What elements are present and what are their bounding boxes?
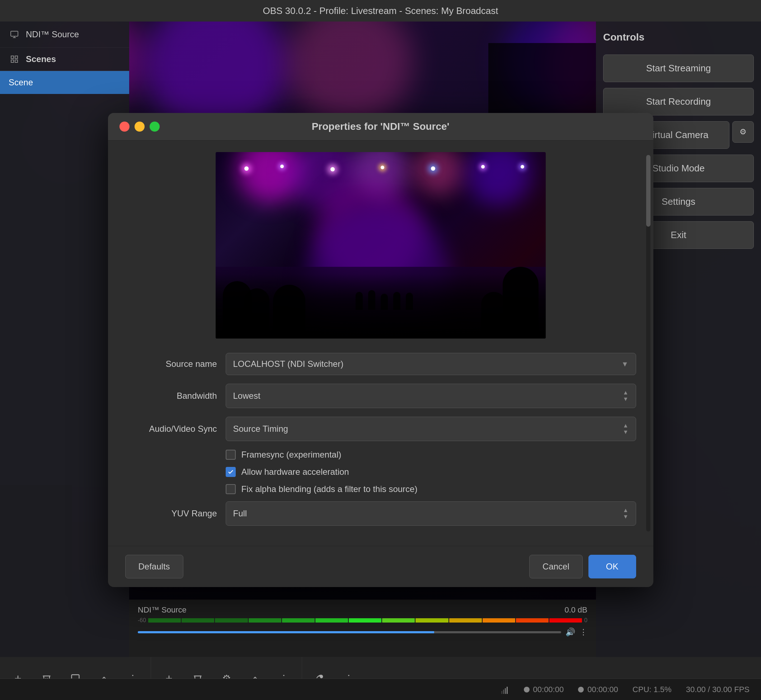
bandwidth-stepper[interactable]: ▲ ▼ xyxy=(623,390,629,402)
maximize-button[interactable] xyxy=(150,122,160,131)
cpu-status: CPU: 1.5% xyxy=(633,685,672,694)
stream-dot xyxy=(524,687,529,692)
title-bar: OBS 30.0.2 - Profile: Livestream - Scene… xyxy=(0,0,761,22)
preview-image xyxy=(216,152,546,339)
yuv-range-label: YUV Range xyxy=(125,508,225,519)
stream-time: 00:00:00 xyxy=(533,685,564,694)
properties-modal: Properties for 'NDI™ Source' xyxy=(108,113,653,587)
svg-rect-13 xyxy=(503,690,504,694)
svg-rect-12 xyxy=(501,691,502,694)
modal-title: Properties for 'NDI™ Source' xyxy=(312,121,449,132)
traffic-lights xyxy=(119,122,160,131)
source-name-dropdown[interactable]: LOCALHOST (NDI Switcher) ▼ xyxy=(225,353,636,375)
yuv-range-stepper[interactable]: ▲ ▼ xyxy=(623,508,629,520)
defaults-button[interactable]: Defaults xyxy=(125,555,183,578)
hardware-accel-label: Allow hardware acceleration xyxy=(241,467,349,477)
recording-status: 00:00:00 xyxy=(578,685,618,694)
fps-label: 30.00 / 30.00 FPS xyxy=(686,685,750,694)
av-sync-value: Source Timing xyxy=(233,424,288,434)
source-name-label: Source name xyxy=(125,359,225,369)
yuv-range-value: Full xyxy=(233,508,247,519)
streaming-status: 00:00:00 xyxy=(524,685,564,694)
svg-rect-14 xyxy=(505,688,506,694)
source-name-arrow: ▼ xyxy=(622,360,629,368)
fix-alpha-checkbox-wrapper[interactable]: Fix alpha blending (adds a filter to thi… xyxy=(225,484,418,494)
framesync-checkbox-wrapper[interactable]: Framesync (experimental) xyxy=(225,450,341,460)
record-time: 00:00:00 xyxy=(587,685,618,694)
cpu-label: CPU: 1.5% xyxy=(633,685,672,694)
ok-button[interactable]: OK xyxy=(589,555,636,578)
fps-status: 30.00 / 30.00 FPS xyxy=(686,685,750,694)
close-button[interactable] xyxy=(119,122,130,131)
bandwidth-dropdown[interactable]: Lowest ▲ ▼ xyxy=(225,384,636,408)
app-title: OBS 30.0.2 - Profile: Livestream - Scene… xyxy=(263,5,498,17)
scroll-thumb[interactable] xyxy=(646,155,650,227)
bandwidth-label: Bandwidth xyxy=(125,391,225,401)
av-sync-label: Audio/Video Sync xyxy=(125,424,225,434)
cancel-button[interactable]: Cancel xyxy=(529,555,582,578)
modal-overlay: Properties for 'NDI™ Source' xyxy=(0,22,761,678)
fix-alpha-label: Fix alpha blending (adds a filter to thi… xyxy=(241,484,418,494)
fix-alpha-row: Fix alpha blending (adds a filter to thi… xyxy=(125,484,636,494)
preview-container xyxy=(125,152,636,339)
hardware-accel-checkbox-wrapper[interactable]: Allow hardware acceleration xyxy=(225,467,349,477)
yuv-range-row: YUV Range Full ▲ ▼ xyxy=(125,502,636,526)
av-sync-dropdown[interactable]: Source Timing ▲ ▼ xyxy=(225,417,636,441)
source-name-row: Source name LOCALHOST (NDI Switcher) ▼ xyxy=(125,353,636,375)
framesync-label: Framesync (experimental) xyxy=(241,450,341,460)
yuv-range-dropdown[interactable]: Full ▲ ▼ xyxy=(225,502,636,526)
modal-titlebar: Properties for 'NDI™ Source' xyxy=(108,113,653,141)
hardware-accel-checkbox[interactable] xyxy=(225,467,236,477)
framesync-row: Framesync (experimental) xyxy=(125,450,636,460)
svg-rect-15 xyxy=(507,687,508,694)
signal-strength xyxy=(501,685,509,694)
av-sync-stepper[interactable]: ▲ ▼ xyxy=(623,423,629,435)
footer-right-buttons: Cancel OK xyxy=(529,555,636,578)
record-dot xyxy=(578,687,584,692)
status-bar: 00:00:00 00:00:00 CPU: 1.5% 30.00 / 30.0… xyxy=(0,678,761,700)
bandwidth-value: Lowest xyxy=(233,391,260,401)
scroll-track[interactable] xyxy=(646,155,650,531)
framesync-checkbox[interactable] xyxy=(225,450,236,460)
modal-footer: Defaults Cancel OK xyxy=(108,546,653,587)
av-sync-row: Audio/Video Sync Source Timing ▲ ▼ xyxy=(125,417,636,441)
source-name-value: LOCALHOST (NDI Switcher) xyxy=(233,359,344,369)
modal-body: Source name LOCALHOST (NDI Switcher) ▼ B… xyxy=(108,141,653,546)
bandwidth-row: Bandwidth Lowest ▲ ▼ xyxy=(125,384,636,408)
hardware-accel-row: Allow hardware acceleration xyxy=(125,467,636,477)
minimize-button[interactable] xyxy=(135,122,145,131)
fix-alpha-checkbox[interactable] xyxy=(225,484,236,494)
